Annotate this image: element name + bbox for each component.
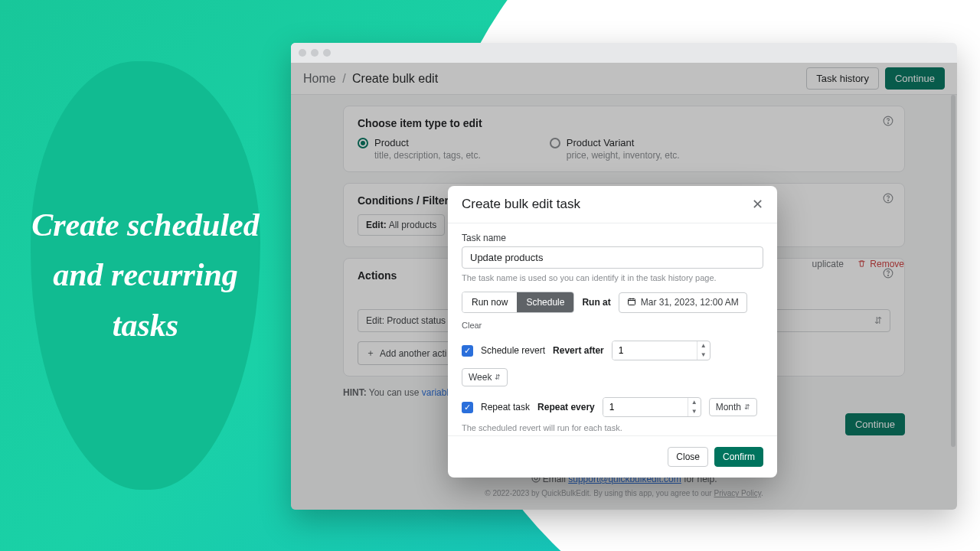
confirm-button[interactable]: Confirm [714, 447, 763, 467]
schedule-option[interactable]: Schedule [517, 292, 573, 312]
continue-button-top[interactable]: Continue [885, 67, 945, 90]
privacy-policy-link[interactable]: Privacy Policy [714, 489, 761, 497]
run-mode-segment: Run now Schedule [462, 292, 574, 313]
duplicate-action-button[interactable]: uplicate [812, 259, 844, 269]
task-name-label: Task name [462, 233, 763, 243]
calendar-icon [627, 297, 636, 308]
continue-button-bottom[interactable]: Continue [845, 413, 905, 435]
revert-after-stepper[interactable]: ▲▼ [612, 341, 710, 360]
select-updown-icon: ⇵ [495, 373, 501, 381]
window-chrome [291, 43, 957, 63]
svg-point-5 [888, 275, 889, 276]
radio-icon [358, 138, 368, 148]
svg-point-1 [888, 122, 889, 123]
radio-icon [550, 138, 560, 148]
repeat-task-label: Repeat task [481, 402, 530, 412]
breadcrumb-home[interactable]: Home [303, 72, 336, 85]
help-icon[interactable] [883, 116, 893, 129]
task-history-button[interactable]: Task history [806, 67, 879, 90]
add-another-action-button[interactable]: ＋ Add another acti [358, 341, 455, 365]
run-at-label: Run at [582, 297, 610, 308]
stepper-down-icon[interactable]: ▼ [697, 350, 710, 360]
svg-point-3 [888, 200, 889, 201]
close-button[interactable]: Close [668, 447, 708, 467]
stepper-up-icon[interactable]: ▲ [697, 341, 710, 350]
clear-date-button[interactable]: Clear [462, 321, 482, 330]
schedule-revert-checkbox[interactable]: ✓ [462, 345, 473, 357]
select-updown-icon: ⇵ [744, 403, 750, 411]
schedule-revert-label: Schedule revert [481, 345, 545, 356]
conditions-pill[interactable]: Edit:All products [358, 214, 445, 236]
help-icon[interactable] [883, 268, 893, 281]
modal-title: Create bulk edit task [462, 197, 580, 212]
marketing-headline: Create scheduled and recurring tasks [31, 201, 260, 350]
radio-product[interactable]: Product [358, 137, 481, 148]
run-at-date-picker[interactable]: Mar 31, 2023, 12:00 AM [619, 292, 747, 313]
traffic-light-close[interactable] [299, 49, 306, 57]
repeat-unit-select[interactable]: Month ⇵ [709, 398, 757, 416]
revert-after-label: Revert after [553, 345, 604, 356]
close-icon[interactable]: ✕ [752, 197, 763, 211]
copyright: © 2022-2023 by QuickBulkEdit. By using t… [343, 489, 905, 497]
repeat-task-checkbox[interactable]: ✓ [462, 402, 473, 413]
task-name-input[interactable] [462, 246, 763, 269]
card-item-type-title: Choose item type to edit [358, 117, 890, 129]
header-bar: Home / Create bulk edit Task history Con… [291, 63, 957, 95]
remove-action-button[interactable]: Remove [858, 259, 904, 269]
breadcrumb: Home / Create bulk edit [303, 72, 438, 86]
card-item-type: Choose item type to edit Product title, … [343, 106, 905, 172]
traffic-light-max[interactable] [323, 49, 331, 57]
revert-unit-select[interactable]: Week ⇵ [462, 368, 508, 386]
plus-icon: ＋ [366, 347, 375, 360]
help-icon[interactable] [883, 193, 893, 206]
scrollbar[interactable] [951, 95, 956, 447]
stepper-down-icon[interactable]: ▼ [688, 407, 701, 416]
breadcrumb-current: Create bulk edit [352, 72, 438, 85]
stepper-up-icon[interactable]: ▲ [688, 398, 701, 407]
repeat-hint: The scheduled revert will run for each t… [462, 423, 763, 432]
task-name-hint: The task name is used so you can identif… [462, 273, 763, 282]
create-task-modal: Create bulk edit task ✕ Task name The ta… [448, 186, 777, 478]
select-updown-icon: ⇵ [874, 315, 882, 326]
svg-rect-8 [628, 298, 635, 305]
traffic-light-min[interactable] [311, 49, 318, 57]
run-now-option[interactable]: Run now [462, 292, 517, 312]
repeat-every-label: Repeat every [537, 402, 595, 412]
radio-product-variant[interactable]: Product Variant [550, 137, 680, 148]
repeat-every-stepper[interactable]: ▲▼ [603, 397, 701, 417]
decorative-green-egg: Create scheduled and recurring tasks [31, 61, 260, 490]
